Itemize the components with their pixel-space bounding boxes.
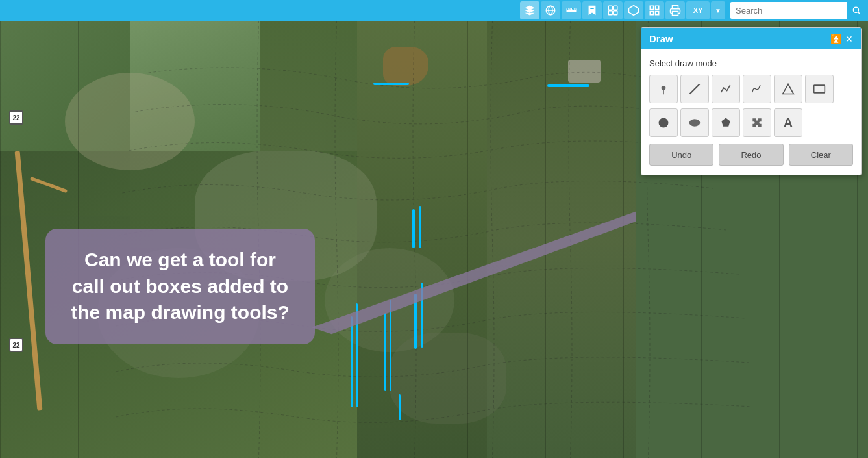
svg-point-21 xyxy=(853,7,858,12)
blue-line-2 xyxy=(547,84,589,87)
svg-point-24 xyxy=(662,86,666,90)
draw-actions: Undo Redo Clear xyxy=(649,144,853,166)
search-wrapper xyxy=(730,2,865,19)
freehand-tool[interactable] xyxy=(743,75,771,103)
polygon-tool[interactable] xyxy=(712,108,740,137)
blue-line-9 xyxy=(356,303,358,407)
svg-rect-27 xyxy=(814,85,825,93)
callout-box: Can we get a tool for call out boxes add… xyxy=(45,229,315,344)
blue-line-1 xyxy=(373,83,409,85)
draw-button[interactable] xyxy=(603,1,623,19)
blue-line-3 xyxy=(419,206,421,248)
search-button[interactable] xyxy=(847,2,865,19)
svg-line-25 xyxy=(690,84,700,94)
svg-rect-17 xyxy=(656,6,659,9)
dropdown-button[interactable]: ▼ xyxy=(711,1,725,19)
coordinates-button[interactable]: XY xyxy=(686,1,710,19)
ellipse-tool[interactable] xyxy=(680,108,709,137)
main-toolbar: XY ▼ xyxy=(0,0,868,21)
rectangle-tool[interactable] xyxy=(805,75,834,103)
panel-header-icons: ⏫ ✕ xyxy=(830,34,853,44)
svg-marker-15 xyxy=(629,6,639,16)
clear-button[interactable]: Clear xyxy=(789,144,853,166)
bookmark-button[interactable] xyxy=(582,1,602,19)
svg-rect-12 xyxy=(614,6,617,10)
svg-point-28 xyxy=(659,118,669,128)
blue-line-5 xyxy=(421,283,423,348)
blue-line-8 xyxy=(384,313,386,391)
draw-panel-header: Draw ⏫ ✕ xyxy=(641,28,861,49)
undo-button[interactable]: Undo xyxy=(649,144,713,166)
close-panel-button[interactable]: ✕ xyxy=(845,34,853,44)
grid-button[interactable] xyxy=(645,1,664,19)
chevron-down-icon: ▼ xyxy=(715,7,721,14)
measure-button[interactable] xyxy=(562,1,581,19)
svg-rect-19 xyxy=(656,12,659,15)
select-draw-mode-label: Select draw mode xyxy=(649,58,853,68)
line-tool[interactable] xyxy=(680,75,709,103)
triangle-tool[interactable] xyxy=(774,75,802,103)
draw-panel-body: Select draw mode xyxy=(641,49,861,175)
svg-rect-14 xyxy=(614,11,617,15)
draw-panel-title: Draw xyxy=(649,33,673,44)
maptype-button[interactable] xyxy=(541,1,560,19)
blue-line-7 xyxy=(390,300,391,391)
route-badge-22-bottom: 22 xyxy=(9,338,23,352)
draw-panel: Draw ⏫ ✕ Select draw mode xyxy=(641,27,862,175)
text-tool[interactable]: A xyxy=(774,108,802,137)
circle-tool[interactable] xyxy=(649,108,678,137)
svg-rect-18 xyxy=(650,12,653,15)
puzzle-tool[interactable] xyxy=(743,108,771,137)
svg-point-29 xyxy=(689,119,701,127)
collapse-panel-button[interactable]: ⏫ xyxy=(830,34,841,44)
svg-rect-13 xyxy=(608,11,612,15)
svg-rect-16 xyxy=(650,6,653,9)
draw-tools-row-1 xyxy=(649,75,853,103)
route-badge-22-top: 22 xyxy=(9,110,23,125)
svg-rect-11 xyxy=(608,6,612,10)
redo-button[interactable]: Redo xyxy=(719,144,783,166)
polyline-tool[interactable] xyxy=(712,75,740,103)
map-area[interactable]: 22 22 Can we get a tool for call out box… xyxy=(0,21,868,458)
print-button[interactable] xyxy=(665,1,685,19)
blue-line-10 xyxy=(351,316,353,407)
point-tool[interactable] xyxy=(649,75,678,103)
svg-marker-30 xyxy=(721,118,730,127)
svg-rect-20 xyxy=(673,12,678,16)
feature-button[interactable] xyxy=(624,1,643,19)
blue-line-6 xyxy=(414,294,417,349)
blue-line-4 xyxy=(412,209,415,248)
callout-text: Can we get a tool for call out boxes add… xyxy=(71,249,290,323)
layers-button[interactable] xyxy=(520,1,539,19)
draw-tools-row-2: A xyxy=(649,108,853,137)
svg-line-22 xyxy=(858,12,860,14)
svg-marker-26 xyxy=(783,84,794,94)
blue-line-11 xyxy=(399,394,401,420)
search-input[interactable] xyxy=(730,3,847,18)
